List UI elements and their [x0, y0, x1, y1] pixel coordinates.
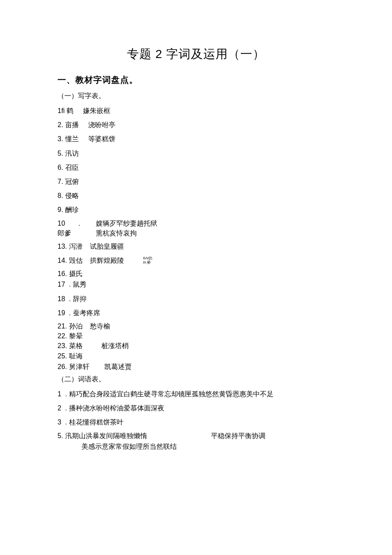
writing-line: 9. 酬珍 [58, 204, 334, 215]
group10-right-bottom: 熏杭亥恃哀拘 [96, 228, 157, 238]
writing-line: 13. 泻潜 试胎皇履疆 [58, 241, 334, 252]
writing-group-10: 10 . 郎爹 嫂辆歹罕纱妻趟托狱 熏杭亥恃哀拘 [58, 218, 334, 238]
group10-left-bottom: 郎爹 [58, 228, 96, 238]
word-line-5: 5. 汛期山洪暴发间隔唯独懒惰 平稳保持平衡协调 [58, 431, 334, 441]
writing-line: 5. 汛访 [58, 148, 334, 159]
line14-small-bottom: m 桥 [143, 261, 153, 264]
section-heading-1: 一、教材字词盘点。 [58, 74, 334, 86]
subheading-word-table: （二）词语表。 [58, 375, 334, 384]
writing-line: 1fi 鹤 嫌朱嵌框 [58, 105, 334, 116]
word-line: 1 . 精巧配合身段适宜白鹤生硬寻常忘却镜匣孤独悠然黄昏恩惠美中不足 [58, 388, 334, 400]
writing-line: 22. 黎晕 [58, 331, 334, 341]
word-line: 2 . 播种浇水吩咐榨油爱慕体面深夜 [58, 402, 334, 414]
group10-right-top: 嫂辆歹罕纱妻趟托狱 [96, 218, 157, 228]
word-line-cont: 美感示意家常假如理所当然联结 [58, 441, 334, 452]
word-line-5-right: 平稳保持平衡协调 [211, 431, 265, 441]
writing-line: 25. 耻诲 [58, 351, 334, 361]
page-title: 专题 2 字词及运用（一） [58, 46, 334, 62]
writing-line: 2. 亩播 浇吩咐亭 [58, 119, 334, 131]
writing-line: 8. 侵略 [58, 190, 334, 201]
group10-left-top: 10 . [58, 218, 96, 228]
writing-line: 19 . 蚕考疼席 [58, 307, 334, 319]
writing-line: 6. 召臣 [58, 162, 334, 173]
line14-main: 14. 毁估 拱辉煌殿陵 [58, 255, 124, 266]
subheading-writing-table: （一）写字表。 [58, 92, 334, 101]
writing-line: 17 . 鼠秀 [58, 279, 334, 290]
writing-line: 16. 摄氏 [58, 269, 334, 279]
writing-line: 23. 菜格 桩涨塔梢 [58, 341, 334, 351]
word-line: 3 . 桂花懂得糕饼茶叶 [58, 416, 334, 428]
writing-line: 7. 冠俯 [58, 176, 334, 187]
writing-line-14: 14. 毁估 拱辉煌殿陵 IIAr比 m 桥 [58, 255, 334, 266]
writing-line: 18 . 辞抑 [58, 293, 334, 305]
writing-line: 3. 懂兰 等婆糕饼 [58, 133, 334, 145]
writing-line: 26. 舅津轩 凯葛述贾 [58, 361, 334, 372]
writing-line: 21. 孙泊 愁寺榆 [58, 321, 334, 331]
word-line-5-left: 5. 汛期山洪暴发间隔唯独懒惰 [58, 431, 147, 441]
